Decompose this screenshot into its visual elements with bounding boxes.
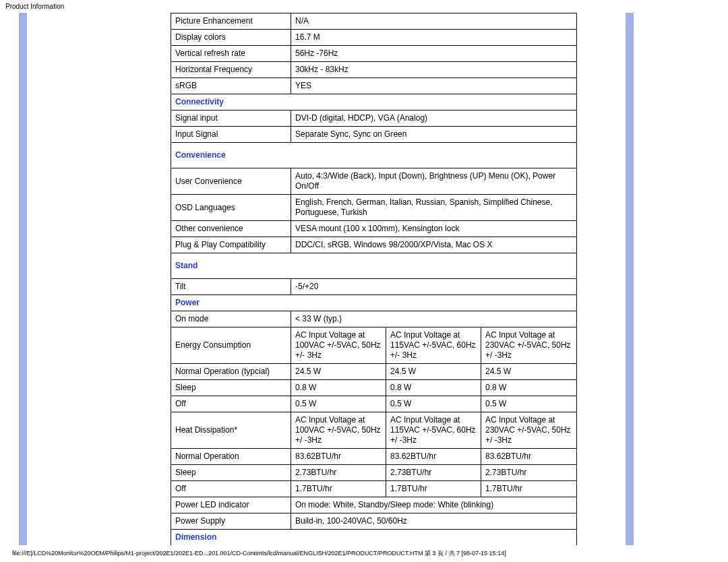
spec-label: sRGB [171, 78, 291, 94]
spec-label: Plug & Play Compatibility [171, 237, 291, 253]
spec-label: OSD Languages [171, 195, 291, 221]
spec-label: Sleep [171, 465, 291, 481]
table-row: Power SupplyBuild-in, 100-240VAC, 50/60H… [171, 513, 577, 530]
footer-path: file:///E|/LCD%20Monitor%20OEM/Philips/M… [0, 545, 728, 559]
spec-value-col3: AC Input Voltage at 230VAC +/-5VAC, 50Hz… [481, 412, 577, 449]
spec-value-col2: 0.5 W [386, 396, 481, 412]
spec-value-col3: 1.7BTU/hr [481, 481, 577, 497]
table-row: Other convenienceVESA mount (100 x 100mm… [171, 221, 577, 237]
table-row: Energy Consumption AC Input Voltage at 1… [171, 327, 577, 364]
spec-value-col1: 83.62BTU/hr [291, 449, 386, 465]
table-row: Normal Operation83.62BTU/hr83.62BTU/hr83… [171, 449, 577, 465]
spec-value-col3: AC Input Voltage at 230VAC +/-5VAC, 50Hz… [481, 327, 577, 364]
table-row: sRGBYES [171, 78, 577, 94]
spec-label: User Convenience [171, 168, 291, 195]
spec-label: Off [171, 481, 291, 497]
table-row: Display colors16.7 M [171, 30, 577, 46]
table-row: Sleep2.73BTU/hr2.73BTU/hr2.73BTU/hr [171, 465, 577, 481]
spec-label: Energy Consumption [171, 327, 291, 364]
spec-value-col2: 2.73BTU/hr [386, 465, 481, 481]
section-heading-stand: Stand [171, 253, 577, 279]
spec-value: DDC/CI, sRGB, Windows 98/2000/XP/Vista, … [291, 237, 577, 253]
spec-value: Build-in, 100-240VAC, 50/60Hz [291, 513, 577, 530]
table-row: Signal inputDVI-D (digital, HDCP), VGA (… [171, 111, 577, 127]
spec-label: Sleep [171, 380, 291, 396]
spec-value-col1: 0.5 W [291, 396, 386, 412]
spec-label: Normal Operation [171, 449, 291, 465]
spec-value-col1: 1.7BTU/hr [291, 481, 386, 497]
section-heading-convenience: Convenience [171, 143, 577, 168]
spec-value-col2: 1.7BTU/hr [386, 481, 481, 497]
spec-value-col3: 0.5 W [481, 396, 577, 412]
spec-value-col3: 83.62BTU/hr [481, 449, 577, 465]
table-row: Input SignalSeparate Sync, Sync on Green [171, 127, 577, 143]
spec-label: Display colors [171, 30, 291, 46]
right-side-bar [626, 13, 634, 545]
table-row: Normal Operation (typcial)24.5 W24.5 W24… [171, 364, 577, 380]
spec-table: Picture EnhancementN/A Display colors16.… [171, 13, 577, 545]
spec-value: 30kHz - 83kHz [291, 62, 577, 78]
spec-label: Normal Operation (typcial) [171, 364, 291, 380]
spec-value-col2: 24.5 W [386, 364, 481, 380]
spec-value: DVI-D (digital, HDCP), VGA (Analog) [291, 111, 577, 127]
table-row: Off1.7BTU/hr1.7BTU/hr1.7BTU/hr [171, 481, 577, 497]
section-heading-connectivity: Connectivity [171, 94, 577, 111]
spec-value: Separate Sync, Sync on Green [291, 127, 577, 143]
section-heading-dimension: Dimension [171, 530, 577, 546]
spec-value-col1: AC Input Voltage at 100VAC +/-5VAC, 50Hz… [291, 412, 386, 449]
table-row: Convenience [171, 143, 577, 168]
spec-label: Tilt [171, 279, 291, 295]
table-row: Vertical refresh rate56Hz -76Hz [171, 46, 577, 62]
table-row: Off0.5 W0.5 W0.5 W [171, 396, 577, 412]
page-title: Product Information [0, 0, 728, 13]
spec-value-col3: 24.5 W [481, 364, 577, 380]
spec-label: Power LED indicator [171, 497, 291, 513]
spec-value: On mode: White, Standby/Sleep mode: Whit… [291, 497, 577, 513]
left-side-bar [19, 13, 27, 545]
section-heading-power: Power [171, 295, 577, 311]
spec-value-col2: 0.8 W [386, 380, 481, 396]
spec-value: -5/+20 [291, 279, 577, 295]
table-row: OSD LanguagesEnglish, French, German, It… [171, 195, 577, 221]
spec-value-col1: AC Input Voltage at 100VAC +/-5VAC, 50Hz… [291, 327, 386, 364]
spec-label: Vertical refresh rate [171, 46, 291, 62]
table-row: Power [171, 295, 577, 311]
table-row: Horizontal Frequency30kHz - 83kHz [171, 62, 577, 78]
spec-value-col2: AC Input Voltage at 115VAC +/-5VAC, 60Hz… [386, 327, 481, 364]
table-row: Sleep0.8 W0.8 W0.8 W [171, 380, 577, 396]
spec-label: Picture Enhancement [171, 13, 291, 30]
left-margin-spacer [39, 13, 171, 545]
spec-value: < 33 W (typ.) [291, 311, 577, 327]
table-row: Picture EnhancementN/A [171, 13, 577, 30]
spec-value-col3: 2.73BTU/hr [481, 465, 577, 481]
table-row: Plug & Play CompatibilityDDC/CI, sRGB, W… [171, 237, 577, 253]
spec-value: 56Hz -76Hz [291, 46, 577, 62]
spec-value: VESA mount (100 x 100mm), Kensington loc… [291, 221, 577, 237]
table-row: Power LED indicatorOn mode: White, Stand… [171, 497, 577, 513]
spec-label: Horizontal Frequency [171, 62, 291, 78]
spec-value: Auto, 4:3/Wide (Back), Input (Down), Bri… [291, 168, 577, 195]
table-row: Heat Dissipation* AC Input Voltage at 10… [171, 412, 577, 449]
spec-value: N/A [291, 13, 577, 30]
spec-value-col1: 24.5 W [291, 364, 386, 380]
spec-value-col1: 0.8 W [291, 380, 386, 396]
spec-label: Input Signal [171, 127, 291, 143]
spec-label: Signal input [171, 111, 291, 127]
spec-value: YES [291, 78, 577, 94]
table-row: On mode< 33 W (typ.) [171, 311, 577, 327]
spec-label: Power Supply [171, 513, 291, 530]
spec-value: 16.7 M [291, 30, 577, 46]
content-area: Picture EnhancementN/A Display colors16.… [171, 13, 613, 545]
table-row: Connectivity [171, 94, 577, 111]
spec-label: Heat Dissipation* [171, 412, 291, 449]
table-row: Tilt-5/+20 [171, 279, 577, 295]
main-layout: Picture EnhancementN/A Display colors16.… [0, 13, 728, 545]
spec-label: On mode [171, 311, 291, 327]
table-row: Stand [171, 253, 577, 279]
spec-value: English, French, German, Italian, Russia… [291, 195, 577, 221]
spec-value-col2: AC Input Voltage at 115VAC +/-5VAC, 60Hz… [386, 412, 481, 449]
table-row: Dimension [171, 530, 577, 546]
spec-value-col1: 2.73BTU/hr [291, 465, 386, 481]
spec-label: Off [171, 396, 291, 412]
table-row: User ConvenienceAuto, 4:3/Wide (Back), I… [171, 168, 577, 195]
